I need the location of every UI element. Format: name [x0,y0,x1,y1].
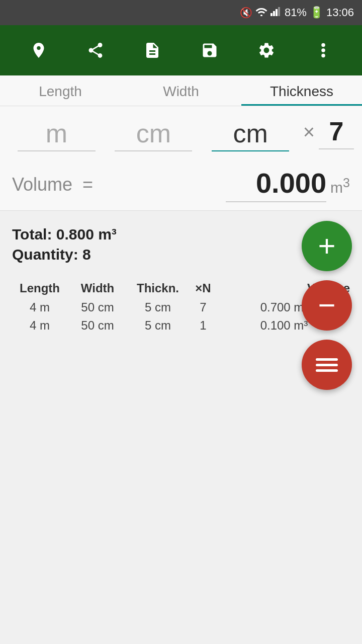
table-row: 4 m 50 cm 5 cm 7 0.700 m³ [12,298,350,316]
data-table: Length Width Thickn. ×N Volume 4 m 50 cm… [12,278,350,335]
summary-quantity: Quantity: 8 [12,246,350,263]
clock: 13:06 [326,6,354,19]
multiply-sign: × [303,121,315,147]
thickness-unit[interactable]: cm [212,118,289,151]
svg-point-7 [322,54,326,58]
svg-rect-3 [276,9,278,16]
fab-list-button[interactable] [302,340,352,390]
td-length-1: 4 m [12,318,67,333]
minus-icon: − [318,290,335,320]
summary-section: Total: 0.800 m³ Quantity: 8 [12,221,350,268]
svg-rect-1 [270,13,273,16]
status-bar: 🔇 81% 🔋 13:06 [0,0,362,25]
td-length-0: 4 m [12,300,67,314]
th-width: Width [67,281,128,295]
table-row: 4 m 50 cm 5 cm 1 0.100 m³ [12,316,350,335]
td-thickness-1: 5 cm [128,318,188,333]
col-header-width[interactable]: Width [121,84,241,106]
volume-row: Volume = 0.000 m3 [0,156,362,211]
td-thickness-0: 5 cm [128,300,188,314]
thickness-unit-cell[interactable]: cm [202,118,299,151]
volume-label: Volume [12,174,72,195]
svg-rect-4 [278,7,280,16]
signal-icon [270,7,282,19]
td-xn-0: 7 [188,300,218,314]
document-icon[interactable] [138,36,166,64]
plus-icon: + [318,231,335,261]
toolbar [0,25,362,75]
th-xn: ×N [188,281,218,295]
length-unit-cell[interactable]: m [8,118,105,151]
settings-icon[interactable] [252,36,281,64]
battery-percent: 81% [285,6,307,19]
table-header-row: Length Width Thickn. ×N Volume [12,278,350,298]
wifi-icon [255,6,267,19]
col-header-length[interactable]: Length [0,84,121,106]
battery-icon: 🔋 [310,6,323,19]
mute-icon: 🔇 [240,7,252,19]
svg-rect-2 [273,11,275,16]
svg-point-5 [322,43,326,47]
width-unit[interactable]: cm [115,118,192,151]
td-xn-1: 1 [188,318,218,333]
save-icon[interactable] [196,36,224,64]
length-unit[interactable]: m [18,118,95,151]
status-icons: 🔇 81% 🔋 13:06 [240,6,354,19]
th-thickness: Thickn. [128,281,188,295]
column-headers: Length Width Thickness [0,75,362,106]
equals-sign: = [82,174,93,195]
th-length: Length [12,281,67,295]
quantity-value[interactable]: 7 [319,116,354,149]
fab-remove-button[interactable]: − [302,280,352,331]
td-width-1: 50 cm [67,318,128,333]
unit-row: m cm cm × 7 [0,106,362,156]
volume-value-container: 0.000 m3 [103,167,350,202]
main-content: Total: 0.800 m³ Quantity: 8 Length Width… [0,211,362,643]
width-unit-cell[interactable]: cm [105,118,202,151]
volume-unit: m3 [330,176,350,196]
list-icon [316,358,338,372]
location-icon[interactable] [25,36,53,64]
more-icon[interactable] [309,36,337,64]
svg-point-0 [260,15,262,16]
share-icon[interactable] [81,36,110,64]
fab-add-button[interactable]: + [302,221,352,271]
volume-number: 0.000 [226,167,326,202]
summary-total: Total: 0.800 m³ [12,226,350,243]
svg-point-6 [322,48,326,52]
td-width-0: 50 cm [67,300,128,314]
col-header-thickness[interactable]: Thickness [241,84,362,106]
